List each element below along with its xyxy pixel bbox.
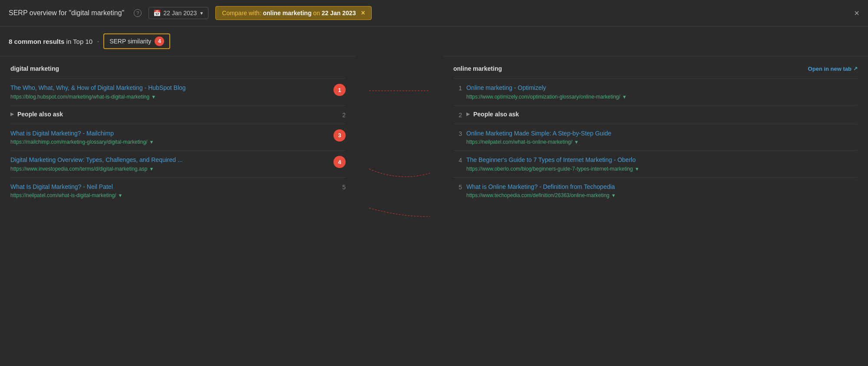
result-content: What is Digital Marketing? - Mailchimp h… xyxy=(10,129,329,145)
url-dropdown-icon[interactable]: ▼ xyxy=(118,193,122,198)
url-dropdown-icon[interactable]: ▼ xyxy=(622,94,627,99)
right-column-header: online marketing Open in new tab ↗ xyxy=(453,61,858,78)
table-row: Digital Marketing Overview: Types, Chall… xyxy=(10,150,346,177)
triangle-right-icon: ▶ xyxy=(466,112,470,116)
result-content: The Beginner's Guide to 7 Types of Inter… xyxy=(466,156,858,172)
table-row: What is Digital Marketing? - Mailchimp h… xyxy=(10,124,346,151)
compare-close-button[interactable]: × xyxy=(361,9,365,17)
people-also-ask-label: People also ask xyxy=(17,111,63,118)
date-label: 22 Jan 2023 xyxy=(163,10,197,16)
result-url[interactable]: https://mailchimp.com/marketing-glossary… xyxy=(10,139,329,145)
result-content: ▶ People also ask xyxy=(466,111,858,118)
result-url[interactable]: https://www.oberlo.com/blog/beginners-gu… xyxy=(466,166,858,172)
position-badge: 4 xyxy=(333,156,346,168)
people-also-ask-label: People also ask xyxy=(473,111,519,118)
result-url[interactable]: https://www.optimizely.com/optimization-… xyxy=(466,94,858,100)
connector-area xyxy=(356,56,443,208)
table-row: What Is Digital Marketing? - Neil Patel … xyxy=(10,177,346,204)
result-url[interactable]: https://www.investopedia.com/terms/d/dig… xyxy=(10,166,329,172)
result-content: ▶ People also ask xyxy=(10,111,333,118)
table-row: 4 The Beginner's Guide to 7 Types of Int… xyxy=(453,150,858,177)
table-row: The Who, What, Why, & How of Digital Mar… xyxy=(10,78,346,105)
result-content: Online marketing - Optimizely https://ww… xyxy=(466,84,858,100)
result-title[interactable]: What Is Digital Marketing? - Neil Patel xyxy=(10,183,333,191)
table-row: 2 ▶ People also ask xyxy=(453,105,858,124)
left-column-title: digital marketing xyxy=(10,65,59,72)
result-content: Online Marketing Made Simple: A Step-by-… xyxy=(466,129,858,145)
external-link-icon: ↗ xyxy=(853,66,858,72)
right-column: online marketing Open in new tab ↗ 1 Onl… xyxy=(443,56,868,208)
result-url[interactable]: https://www.techopedia.com/definition/26… xyxy=(466,192,858,198)
result-url[interactable]: https://neilpatel.com/what-is-digital-ma… xyxy=(10,192,333,198)
compare-badge: Compare with: online marketing on 22 Jan… xyxy=(215,6,372,20)
result-number: 2 xyxy=(453,111,462,119)
result-title[interactable]: Online marketing - Optimizely xyxy=(466,84,858,92)
serp-similarity-label: SERP similarity xyxy=(109,38,151,45)
result-title[interactable]: What is Online Marketing? - Definition f… xyxy=(466,183,858,191)
header: SERP overview for "digital marketing" ? … xyxy=(0,0,868,26)
left-column-header: digital marketing xyxy=(10,61,346,78)
url-dropdown-icon[interactable]: ▼ xyxy=(611,193,616,198)
result-content: The Who, What, Why, & How of Digital Mar… xyxy=(10,84,329,100)
left-column: digital marketing The Who, What, Why, & … xyxy=(0,56,356,208)
result-content: What Is Digital Marketing? - Neil Patel … xyxy=(10,183,333,199)
dot-separator: · xyxy=(97,37,99,46)
serp-similarity-badge[interactable]: SERP similarity 4 xyxy=(103,33,170,49)
calendar-icon: 📅 xyxy=(153,10,161,16)
result-number: 2 xyxy=(337,111,346,119)
page-title: SERP overview for "digital marketing" xyxy=(9,9,124,17)
table-row: ▶ People also ask 2 xyxy=(10,105,346,124)
url-dropdown-icon[interactable]: ▼ xyxy=(574,139,579,145)
help-icon[interactable]: ? xyxy=(134,9,142,17)
position-badge: 3 xyxy=(333,129,346,142)
people-also-ask[interactable]: ▶ People also ask xyxy=(10,111,333,118)
table-row: 5 What is Online Marketing? - Definition… xyxy=(453,177,858,204)
common-results-text: 8 common results in Top 10 xyxy=(9,38,92,45)
date-selector[interactable]: 📅 22 Jan 2023 ▼ xyxy=(149,7,208,19)
result-number: 1 xyxy=(453,84,462,92)
url-dropdown-icon[interactable]: ▼ xyxy=(149,166,154,171)
result-title[interactable]: Digital Marketing Overview: Types, Chall… xyxy=(10,156,329,165)
result-title[interactable]: Online Marketing Made Simple: A Step-by-… xyxy=(466,129,858,138)
result-number: 3 xyxy=(453,129,462,137)
result-content: Digital Marketing Overview: Types, Chall… xyxy=(10,156,329,172)
result-title[interactable]: What is Digital Marketing? - Mailchimp xyxy=(10,129,329,138)
table-row: 3 Online Marketing Made Simple: A Step-b… xyxy=(453,124,858,151)
people-also-ask[interactable]: ▶ People also ask xyxy=(466,111,858,118)
position-badge: 1 xyxy=(333,84,346,96)
compare-text: Compare with: online marketing on 22 Jan… xyxy=(222,10,356,16)
close-button[interactable]: × xyxy=(854,9,859,17)
result-number: 5 xyxy=(453,183,462,191)
chevron-down-icon: ▼ xyxy=(199,11,204,16)
table-row: 1 Online marketing - Optimizely https://… xyxy=(453,78,858,105)
result-url[interactable]: https://blog.hubspot.com/marketing/what-… xyxy=(10,94,329,100)
connector-lines xyxy=(356,56,443,317)
content-area: digital marketing The Who, What, Why, & … xyxy=(0,56,868,208)
result-url[interactable]: https://neilpatel.com/what-is-online-mar… xyxy=(466,139,858,145)
subheader: 8 common results in Top 10 · SERP simila… xyxy=(0,26,868,56)
open-new-tab-button[interactable]: Open in new tab ↗ xyxy=(808,66,858,72)
result-content: What is Online Marketing? - Definition f… xyxy=(466,183,858,199)
result-title[interactable]: The Who, What, Why, & How of Digital Mar… xyxy=(10,84,329,92)
triangle-right-icon: ▶ xyxy=(10,112,14,116)
result-number: 4 xyxy=(453,156,462,164)
serp-similarity-number: 4 xyxy=(155,36,164,46)
url-dropdown-icon[interactable]: ▼ xyxy=(149,139,154,145)
result-title[interactable]: The Beginner's Guide to 7 Types of Inter… xyxy=(466,156,858,165)
right-column-title: online marketing xyxy=(453,65,502,72)
url-dropdown-icon[interactable]: ▼ xyxy=(151,94,156,99)
result-number: 5 xyxy=(337,183,346,191)
url-dropdown-icon[interactable]: ▼ xyxy=(635,166,640,171)
